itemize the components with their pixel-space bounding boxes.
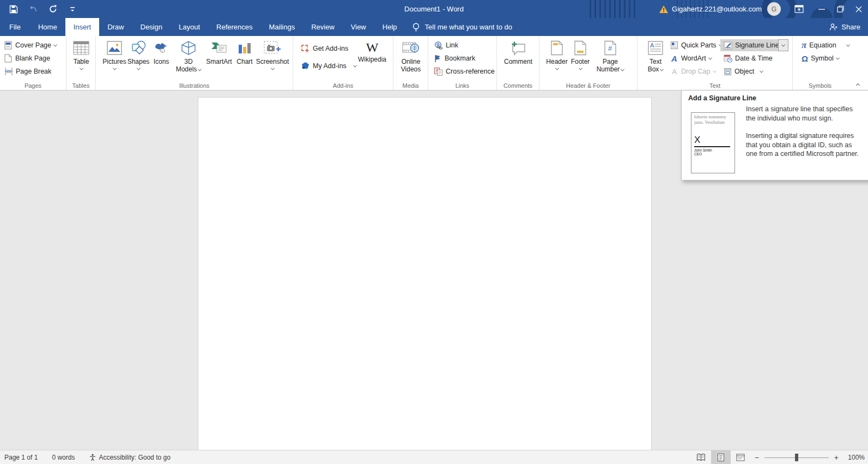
signature-line-button[interactable]: Signature Line [720,39,782,51]
pictures-label: Pictures [102,58,126,65]
drop-cap-icon: A [670,68,678,76]
zoom-level[interactable]: 100% [843,454,865,461]
save-icon[interactable] [8,3,20,16]
tab-layout[interactable]: Layout [171,18,208,36]
comment-icon [509,38,527,58]
group-label-header-footer: Header & Footer [539,82,637,89]
accessibility-status[interactable]: Accessibility: Good to go [89,454,170,461]
minimize-button[interactable] [812,0,831,18]
symbol-button[interactable]: Ω Symbol [802,52,839,64]
zoom-slider[interactable] [764,450,829,464]
text-box-label: TextBox [648,58,664,73]
read-mode-button[interactable] [691,450,711,464]
page-number-button[interactable]: # PageNumber [594,38,627,73]
maximize-button[interactable] [831,0,849,18]
text-box-button[interactable]: A TextBox [643,38,668,73]
tab-insert[interactable]: Insert [65,18,100,36]
get-add-ins-button[interactable]: Get Add-ins [301,43,348,55]
online-videos-label: OnlineVideos [401,58,421,73]
tab-references[interactable]: References [208,18,260,36]
page-indicator[interactable]: Page 1 of 1 [4,454,38,461]
my-add-ins-button[interactable]: My Add-ins [301,60,356,72]
chart-button[interactable]: Chart [234,38,255,65]
ribbon-display-options-icon[interactable] [790,0,808,18]
document-page[interactable] [198,97,652,450]
object-button[interactable]: Object [720,65,766,77]
cross-reference-button[interactable]: Cross-reference [434,65,495,77]
quick-parts-button[interactable]: Quick Parts [670,39,722,51]
group-label-add-ins: Add-ins [293,82,393,89]
page-break-label: Page Break [16,68,51,75]
share-button[interactable]: Share [829,18,860,36]
tab-draw[interactable]: Draw [99,18,132,36]
wikipedia-button[interactable]: W Wikipedia [354,39,390,63]
table-button[interactable]: Table [69,38,93,70]
smartart-button[interactable]: SmartArt [204,38,234,65]
web-layout-icon [736,454,745,461]
object-label: Object [735,68,754,75]
cover-page-button[interactable]: Cover Page [4,39,57,51]
tab-design[interactable]: Design [132,18,171,36]
shapes-button[interactable]: Shapes [126,38,150,70]
date-time-button[interactable]: Date & Time [720,52,776,64]
chevron-down-icon [79,67,83,70]
tab-help[interactable]: Help [374,18,405,36]
footer-button[interactable]: Footer [569,38,592,70]
tab-review[interactable]: Review [303,18,343,36]
ribbon: Cover Page Blank Page Page Break Pages T… [0,36,868,91]
account-email[interactable]: Gigahertz.221@outlook.com [672,5,762,13]
pictures-button[interactable]: Pictures [102,38,126,70]
bookmark-button[interactable]: Bookmark [434,52,475,64]
group-pages: Cover Page Blank Page Page Break Pages [0,36,66,90]
link-button[interactable]: Link [434,39,458,51]
cover-page-icon [4,41,13,50]
tab-mailings[interactable]: Mailings [261,18,304,36]
quick-parts-label: Quick Parts [681,41,717,49]
customize-quick-access-toolbar-icon[interactable] [66,3,78,16]
chevron-down-icon [353,63,357,67]
web-layout-button[interactable] [731,450,750,464]
tab-file[interactable]: File [0,18,30,36]
redo-icon[interactable] [47,3,59,16]
tell-me-box[interactable]: Tell me what you want to do [405,18,519,36]
blank-page-button[interactable]: Blank Page [4,52,50,64]
page-break-button[interactable]: Page Break [4,65,51,77]
header-button[interactable]: Header [545,38,569,70]
warning-icon[interactable] [659,5,669,14]
wordart-button[interactable]: A WordArt [670,52,712,64]
icons-button[interactable]: Icons [150,38,172,65]
equation-button[interactable]: π Equation [802,39,849,51]
table-icon [73,38,89,58]
close-button[interactable] [849,0,868,18]
print-layout-button[interactable] [711,450,731,464]
screenshot-button[interactable]: Screenshot [255,38,290,70]
wikipedia-label: Wikipedia [358,56,386,63]
word-count[interactable]: 0 words [52,454,75,461]
zoom-slider-thumb[interactable] [795,454,798,461]
zoom-in-button[interactable]: + [830,453,843,462]
tab-home[interactable]: Home [30,18,65,36]
chevron-down-icon [836,56,840,59]
date-time-icon [724,54,732,63]
chevron-down-icon [846,43,850,46]
wordart-icon: A [670,54,678,63]
avatar[interactable]: G [767,2,781,16]
signature-line-dropdown[interactable] [778,39,788,51]
preview-signer-title: CEO [694,152,735,156]
comment-button[interactable]: Comment [501,38,536,65]
title-bar: Document1 - Word Gigahertz.221@outlook.c… [0,0,868,18]
page-number-icon: # [604,38,617,58]
3d-models-button[interactable]: 3DModels [174,38,203,73]
online-videos-button[interactable]: OnlineVideos [394,38,427,73]
tooltip-paragraph: Insert a signature line that specifies t… [746,105,863,123]
tab-view[interactable]: View [343,18,374,36]
print-layout-icon [717,453,725,462]
zoom-out-button[interactable]: − [750,453,763,462]
comment-label: Comment [504,58,532,65]
preview-lorem-line: lobortis nonummy [694,115,735,120]
chevron-down-icon [136,67,140,70]
text-box-icon: A [647,38,664,58]
undo-icon [27,3,39,16]
svg-text:A: A [650,42,654,49]
drop-cap-button[interactable]: A Drop Cap [670,65,716,77]
